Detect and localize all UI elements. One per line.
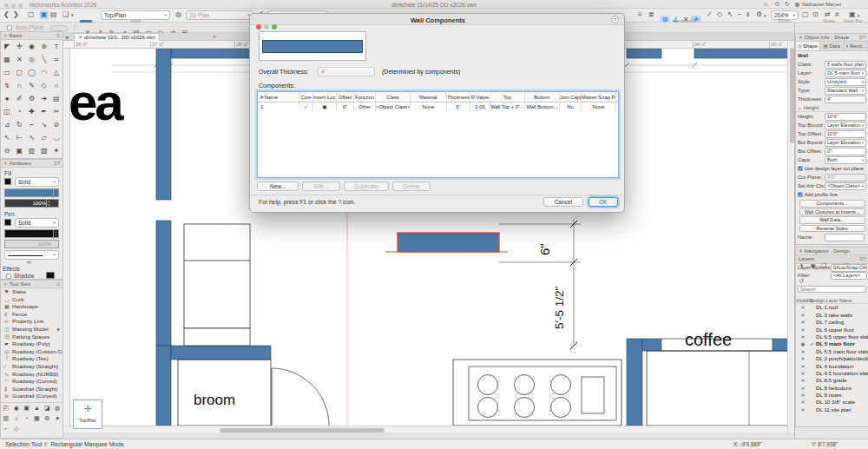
tool-icon[interactable]: ◉ (25, 40, 37, 53)
tool-icon[interactable]: ▦ (1, 53, 13, 66)
tool-icon[interactable]: ⊢ (13, 131, 25, 144)
tab-render[interactable]: ◑ Rend... (844, 42, 868, 50)
design-layer-row[interactable]: ✕DL 1 roof (796, 304, 868, 311)
traffic-lights[interactable] (4, 3, 25, 9)
toolset-item[interactable]: ⓅParking Spaces (1, 333, 62, 341)
design-layer-row[interactable]: ◉✓DL 5 main floor (796, 340, 868, 347)
smart-edge-icon[interactable]: ↖ (727, 10, 733, 19)
cancel-button[interactable]: Cancel (543, 197, 583, 207)
tool-icon[interactable]: ↖ (1, 131, 13, 144)
sync-icon[interactable]: ↻ (785, 1, 790, 8)
dialog-titlebar[interactable]: Wall Components ? (250, 14, 624, 25)
selected-wall[interactable] (398, 233, 499, 252)
forward-button[interactable]: ❯ (13, 10, 19, 19)
line-thickness-combo[interactable]: ▾ (4, 250, 59, 260)
toolset-item[interactable]: ∿Roadway (NURBS) (1, 371, 62, 379)
style-combo[interactable]: Unstyled▾ (825, 78, 866, 86)
help-icon[interactable]: ? (863, 255, 865, 263)
toolset-category-icon[interactable]: ◍ (52, 403, 62, 413)
tool-icon[interactable]: ▱ (38, 131, 50, 144)
tool-icon[interactable]: ◤ (1, 40, 13, 53)
design-layer-row[interactable]: ✕DL 5.5 main floor slab (796, 348, 868, 355)
duplicate-component-button[interactable]: Duplicate (344, 182, 389, 191)
toolsets-palette-header[interactable]: ✕Tool Sets≡ (1, 281, 62, 288)
visibility-mark[interactable]: ✕ (796, 333, 810, 340)
tool-icon[interactable]: ⊖ (1, 144, 13, 157)
tool-icon[interactable]: ▧ (38, 144, 50, 157)
design-layer-row[interactable]: ✕DL 4 foundation (796, 363, 868, 370)
user-avatar[interactable] (795, 3, 799, 7)
column-header[interactable]: Function (354, 92, 376, 102)
design-layer-row[interactable]: ✕DL 4.5 foundation slab (796, 370, 868, 377)
search-icon[interactable] (775, 2, 779, 6)
tool-icon[interactable]: ● (1, 92, 13, 105)
component-cell[interactable]: ✓ (299, 102, 313, 112)
autoplane-combo[interactable] (50, 25, 68, 31)
toolset-item[interactable]: ▦Hardscape (1, 303, 62, 311)
tool-icon[interactable]: ⊿ (1, 118, 13, 131)
scroll-thumb[interactable] (790, 48, 794, 143)
wall-closures-button[interactable]: Wall Closures at Inserts... (799, 208, 865, 216)
tool-icon[interactable]: ↯ (1, 79, 13, 92)
tool-icon[interactable]: ◔ (13, 105, 25, 118)
horizontal-scrollbar[interactable] (63, 426, 787, 432)
tool-icon[interactable]: ▣ (13, 144, 25, 157)
add-tab-button[interactable]: + (213, 34, 216, 40)
edit-component-button[interactable]: Edit... (302, 182, 340, 191)
layer-options-combo[interactable]: Show/Snap Others (831, 264, 867, 272)
component-cell[interactable]: No (560, 102, 582, 112)
visibility-mark[interactable]: ✕ (796, 327, 810, 333)
tool-icon[interactable]: ✦ (50, 144, 62, 157)
column-header[interactable]: Material (411, 92, 447, 102)
toolset-item[interactable]: ⚑Stake (1, 288, 62, 296)
close-window-button[interactable] (256, 24, 261, 30)
tool-icon[interactable]: ➔ (38, 92, 50, 105)
component-row[interactable]: 1✓▣0"Other<Object Class>None6"0.00Wall T… (258, 102, 618, 112)
fill-style-combo[interactable]: Solid▾ (15, 177, 59, 187)
coffee-counter[interactable] (647, 351, 794, 426)
visibility-mark[interactable]: ✕ (796, 399, 810, 406)
tool-icon[interactable]: ✛ (13, 40, 25, 53)
component-cell[interactable]: None (411, 102, 447, 112)
visibility-mark[interactable]: ✕ (796, 370, 810, 377)
menu-icon[interactable]: ≡ (859, 255, 863, 263)
tool-icon[interactable]: ▢ (13, 66, 25, 79)
toolset-category-icon[interactable]: ⌐ (1, 424, 11, 434)
tool-icon[interactable]: ≍ (50, 53, 62, 66)
menu-icon[interactable]: ≡ (56, 32, 60, 40)
tool-icon[interactable]: ⌂ (13, 79, 25, 92)
tool-icon[interactable]: ⊘ (50, 118, 62, 131)
help-icon[interactable]: ? (863, 34, 865, 42)
column-header[interactable]: R-Value (470, 92, 490, 102)
visibility-mark[interactable]: ◉ (796, 340, 810, 347)
fill-swatch[interactable] (4, 178, 11, 185)
pen-swatch[interactable] (4, 219, 11, 226)
visibility-mark[interactable]: ✕ (796, 355, 810, 362)
shadow-color-swatch[interactable] (46, 272, 55, 279)
close-icon[interactable]: ✕ (799, 248, 803, 254)
tab-shape[interactable]: ◇ Shape (796, 42, 820, 50)
visibility-mark[interactable]: ✕ (796, 377, 810, 384)
tool-icon[interactable]: ◠ (38, 66, 50, 79)
toolset-item[interactable]: ▱Property Line (1, 318, 62, 326)
menu-icon[interactable]: ≡ (54, 160, 57, 168)
tool-icon[interactable]: ✒ (38, 105, 50, 118)
toolset-category-icon[interactable]: ▣ (22, 403, 32, 413)
visibility-mark[interactable]: ✕ (796, 304, 810, 311)
basic-palette-header[interactable]: ✕Basic≡ (1, 32, 62, 40)
toolset-category-icon[interactable]: ◇ (11, 424, 22, 434)
components-table[interactable]: # NameCoreInsert Loc.OffsetFunctionClass… (257, 91, 619, 178)
toolset-category-icon[interactable]: ✦ (52, 413, 62, 424)
list-detail-icon[interactable]: ≣ (648, 10, 654, 19)
column-header[interactable]: Join Capped (560, 92, 582, 102)
tool-icon[interactable]: ○ (50, 79, 62, 92)
smart-point-icon[interactable]: ◇ (717, 10, 722, 19)
pen-color-bar[interactable]: ▴▾ (4, 229, 59, 238)
toolset-item[interactable]: ◠Roadway (Curved) (1, 378, 62, 386)
close-icon[interactable]: ✕ (3, 161, 8, 166)
design-layer-row[interactable]: ✕DL 6 upper floor (796, 327, 868, 333)
tool-icon[interactable]: ◎ (25, 53, 37, 66)
tool-icon[interactable]: △ (50, 66, 62, 79)
toolset-category-icon[interactable]: ◰ (1, 403, 11, 413)
add-profile-checkbox[interactable]: ✓ (798, 192, 803, 197)
